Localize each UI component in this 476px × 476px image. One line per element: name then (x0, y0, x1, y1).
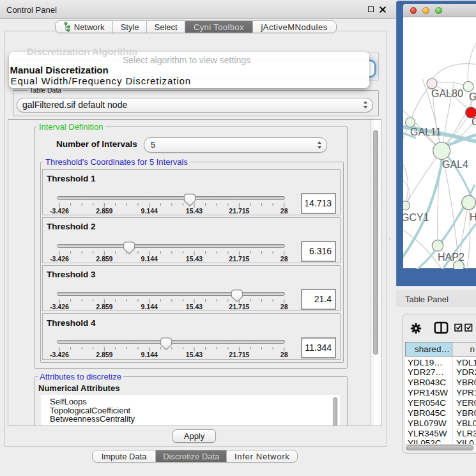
svg-text:9.144: 9.144 (141, 303, 158, 311)
svg-text:15.43: 15.43 (186, 254, 203, 262)
svg-text:15.43: 15.43 (186, 303, 203, 311)
svg-text:28: 28 (280, 254, 288, 262)
svg-text:GAL80: GAL80 (431, 88, 463, 99)
svg-text:28: 28 (280, 303, 288, 311)
svg-text:9.144: 9.144 (141, 254, 158, 262)
svg-text:-3.426: -3.426 (50, 351, 69, 358)
svg-text:GAL11: GAL11 (410, 127, 441, 137)
svg-text:C: C (472, 116, 476, 127)
svg-text:HI: HI (470, 211, 476, 222)
svg-text:15.43: 15.43 (186, 351, 203, 358)
svg-text:21.715: 21.715 (229, 351, 249, 358)
svg-text:2.859: 2.859 (96, 206, 112, 214)
svg-text:2.859: 2.859 (96, 303, 112, 311)
svg-text:21.715: 21.715 (229, 254, 249, 262)
svg-text:21.715: 21.715 (229, 303, 249, 311)
svg-text:9.144: 9.144 (141, 351, 158, 358)
svg-text:-3.426: -3.426 (50, 303, 69, 311)
svg-text:HAP2: HAP2 (438, 252, 464, 263)
svg-text:28: 28 (280, 351, 288, 358)
svg-text:28: 28 (280, 206, 288, 214)
svg-text:-3.426: -3.426 (50, 206, 69, 214)
svg-text:9.144: 9.144 (141, 206, 158, 214)
svg-text:2.859: 2.859 (96, 351, 112, 358)
svg-text:-3.426: -3.426 (50, 254, 69, 262)
svg-text:15.43: 15.43 (186, 206, 203, 214)
svg-text:GCY1: GCY1 (403, 212, 429, 223)
svg-text:GA: GA (469, 91, 476, 102)
svg-text:GAL4: GAL4 (442, 159, 468, 170)
svg-text:21.715: 21.715 (229, 206, 249, 214)
svg-text:2.859: 2.859 (96, 254, 112, 262)
